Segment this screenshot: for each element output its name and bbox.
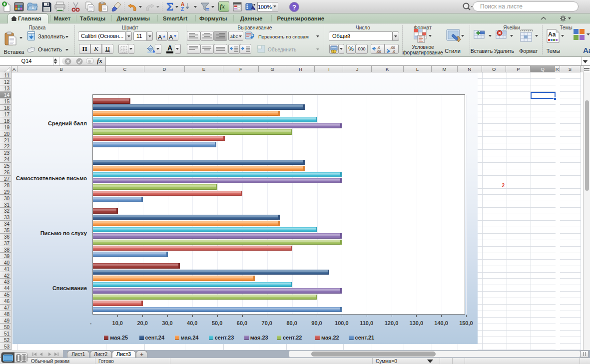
svg-text:,0: ,0 xyxy=(392,50,395,53)
svg-text:Z: Z xyxy=(181,6,184,12)
svg-text:fx: fx xyxy=(220,3,225,10)
svg-text:Aa: Aa xyxy=(548,31,556,38)
svg-text:,00: ,00 xyxy=(390,46,395,49)
svg-text:,00: ,00 xyxy=(376,50,381,53)
svg-text:?: ? xyxy=(292,3,296,11)
svg-text:,0: ,0 xyxy=(377,46,380,49)
